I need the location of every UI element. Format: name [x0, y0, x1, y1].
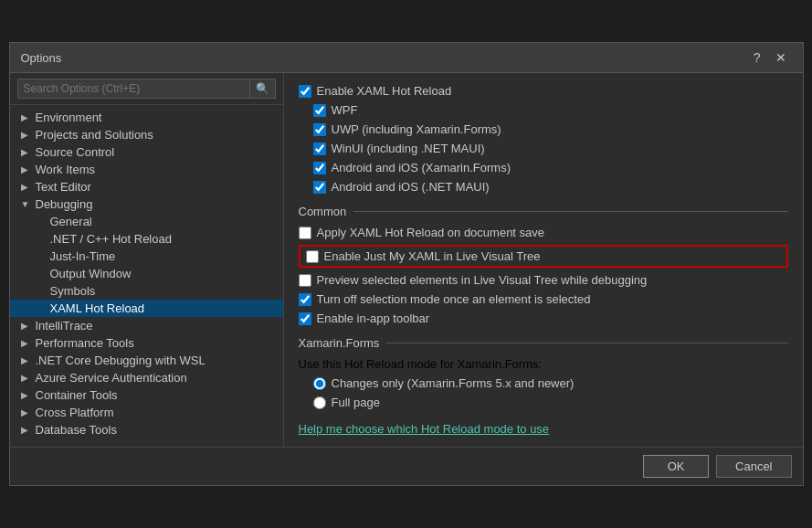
main-option-row: Enable XAML Hot Reload: [299, 84, 788, 98]
sidebar-item-azure-auth[interactable]: ▶ Azure Service Authentication: [10, 369, 283, 386]
dialog-footer: OK Cancel: [10, 447, 803, 485]
changes-only-radio[interactable]: [313, 377, 326, 390]
title-bar-controls: ? ✕: [748, 48, 792, 67]
android-ios-maui-checkbox[interactable]: [313, 181, 326, 194]
cancel-button[interactable]: Cancel: [716, 455, 791, 478]
enable-xaml-label[interactable]: Enable XAML Hot Reload: [317, 84, 452, 98]
arrow-icon: ▶: [21, 147, 32, 157]
left-panel: 🔍 ▶ Environment ▶ Projects and Solutions…: [10, 73, 284, 447]
sidebar-item-work-items[interactable]: ▶ Work Items: [10, 161, 283, 178]
arrow-icon: ▼: [21, 199, 32, 209]
sidebar-item-intellitrace[interactable]: ▶ IntelliTrace: [10, 317, 283, 334]
dialog-body: 🔍 ▶ Environment ▶ Projects and Solutions…: [10, 73, 803, 447]
right-panel: Enable XAML Hot Reload WPF UWP (includin…: [284, 73, 803, 447]
enable-xaml-checkbox[interactable]: [299, 85, 311, 98]
option-row-uwp: UWP (including Xamarin.Forms): [299, 122, 788, 136]
sidebar-item-label: Container Tools: [36, 388, 118, 402]
arrow-icon: ▶: [21, 355, 32, 365]
apply-xaml-checkbox[interactable]: [299, 227, 311, 239]
title-bar: Options ? ✕: [10, 43, 803, 73]
arrow-icon: ▶: [21, 425, 32, 435]
enable-inapp-toolbar-label[interactable]: Enable in-app toolbar: [317, 312, 430, 325]
changes-only-label[interactable]: Changes only (Xamarin.Forms 5.x and newe…: [332, 376, 575, 390]
sidebar-item-net-cpp[interactable]: .NET / C++ Hot Reload: [10, 230, 283, 248]
option-row-enable-just-my-xaml: Enable Just My XAML in Live Visual Tree: [299, 245, 788, 268]
option-row-wpf: WPF: [299, 103, 788, 117]
winui-checkbox[interactable]: [313, 143, 326, 155]
uwp-label[interactable]: UWP (including Xamarin.Forms): [332, 122, 501, 136]
enable-just-my-xaml-label[interactable]: Enable Just My XAML in Live Visual Tree: [324, 249, 541, 263]
close-button[interactable]: ✕: [770, 48, 792, 67]
android-ios-xf-checkbox[interactable]: [313, 162, 326, 174]
sidebar-item-net-core-debugging[interactable]: ▶ .NET Core Debugging with WSL: [10, 352, 283, 369]
sidebar-item-label: XAML Hot Reload: [50, 301, 145, 315]
tree: ▶ Environment ▶ Projects and Solutions ▶…: [10, 105, 283, 447]
sidebar-item-projects[interactable]: ▶ Projects and Solutions: [10, 126, 283, 143]
sidebar-item-symbols[interactable]: Symbols: [10, 282, 283, 300]
search-box: 🔍: [10, 73, 283, 105]
turn-off-selection-checkbox[interactable]: [299, 293, 311, 306]
xamarin-label-row: Use this Hot Reload mode for Xamarin.For…: [299, 357, 788, 371]
uwp-checkbox[interactable]: [313, 123, 326, 136]
option-row-changes-only: Changes only (Xamarin.Forms 5.x and newe…: [299, 376, 788, 390]
android-ios-xf-label[interactable]: Android and iOS (Xamarin.Forms): [332, 161, 511, 174]
sidebar-item-container-tools[interactable]: ▶ Container Tools: [10, 386, 283, 404]
option-row-turn-off-selection: Turn off selection mode once an element …: [299, 292, 788, 306]
options-dialog: Options ? ✕ 🔍 ▶ Environment ▶ Proj: [9, 42, 804, 486]
sidebar-item-xaml-hot-reload[interactable]: XAML Hot Reload: [10, 300, 283, 317]
search-icon-button[interactable]: 🔍: [250, 79, 276, 99]
option-row-winui: WinUI (including .NET MAUI): [299, 142, 788, 155]
sidebar-item-label: Azure Service Authentication: [36, 371, 187, 385]
sidebar-item-label: Source Control: [36, 145, 115, 159]
turn-off-selection-label[interactable]: Turn off selection mode once an element …: [317, 292, 591, 306]
preview-selected-checkbox[interactable]: [299, 274, 311, 287]
sidebar-item-environment[interactable]: ▶ Environment: [10, 109, 283, 126]
sidebar-item-label: IntelliTrace: [36, 319, 93, 333]
right-scroll-area: Enable XAML Hot Reload WPF UWP (includin…: [284, 73, 803, 447]
full-page-label[interactable]: Full page: [332, 396, 380, 409]
dialog-title: Options: [21, 51, 62, 65]
help-link[interactable]: Help me choose which Hot Reload mode to …: [299, 422, 550, 436]
sidebar-item-output-window[interactable]: Output Window: [10, 265, 283, 282]
sidebar-item-label: Output Window: [50, 267, 132, 280]
arrow-icon: ▶: [21, 130, 32, 140]
sidebar-item-text-editor[interactable]: ▶ Text Editor: [10, 178, 283, 195]
sidebar-item-label: Projects and Solutions: [36, 128, 153, 142]
sidebar-item-label: Environment: [36, 111, 102, 124]
android-ios-maui-label[interactable]: Android and iOS (.NET MAUI): [332, 180, 490, 194]
arrow-icon: ▶: [21, 390, 32, 400]
sidebar-item-cross-platform[interactable]: ▶ Cross Platform: [10, 404, 283, 421]
option-row-apply-xaml: Apply XAML Hot Reload on document save: [299, 226, 788, 239]
sidebar-item-source-control[interactable]: ▶ Source Control: [10, 143, 283, 161]
sidebar-item-performance-tools[interactable]: ▶ Performance Tools: [10, 334, 283, 352]
ok-button[interactable]: OK: [643, 455, 709, 478]
option-row-android-ios-maui: Android and iOS (.NET MAUI): [299, 180, 788, 194]
xamarin-section-title: Xamarin.Forms: [299, 336, 788, 350]
arrow-icon: ▶: [21, 338, 32, 348]
sidebar-item-label: Performance Tools: [36, 336, 134, 350]
help-button[interactable]: ?: [748, 48, 766, 67]
full-page-radio[interactable]: [313, 396, 326, 409]
arrow-icon: ▶: [21, 321, 32, 331]
enable-just-my-xaml-checkbox[interactable]: [306, 250, 319, 263]
sidebar-item-label: .NET Core Debugging with WSL: [36, 354, 206, 367]
preview-selected-label[interactable]: Preview selected elements in Live Visual…: [317, 273, 648, 287]
wpf-checkbox[interactable]: [313, 104, 326, 117]
sidebar-item-label: .NET / C++ Hot Reload: [50, 232, 172, 246]
sidebar-item-label: Debugging: [36, 197, 93, 211]
sidebar-item-label: Symbols: [50, 284, 96, 298]
sidebar-item-general[interactable]: General: [10, 213, 283, 230]
option-row-full-page: Full page: [299, 396, 788, 409]
sidebar-item-label: Work Items: [36, 163, 96, 176]
sidebar-item-label: General: [50, 215, 92, 228]
sidebar-item-debugging[interactable]: ▼ Debugging: [10, 195, 283, 213]
sidebar-item-jit[interactable]: Just-In-Time: [10, 248, 283, 265]
sidebar-item-label: Just-In-Time: [50, 249, 116, 263]
search-input[interactable]: [17, 79, 250, 99]
sidebar-item-database-tools[interactable]: ▶ Database Tools: [10, 421, 283, 438]
winui-label[interactable]: WinUI (including .NET MAUI): [332, 142, 485, 155]
apply-xaml-label[interactable]: Apply XAML Hot Reload on document save: [317, 226, 545, 239]
enable-inapp-toolbar-checkbox[interactable]: [299, 312, 311, 325]
wpf-label[interactable]: WPF: [332, 103, 358, 117]
arrow-icon: ▶: [21, 182, 32, 192]
